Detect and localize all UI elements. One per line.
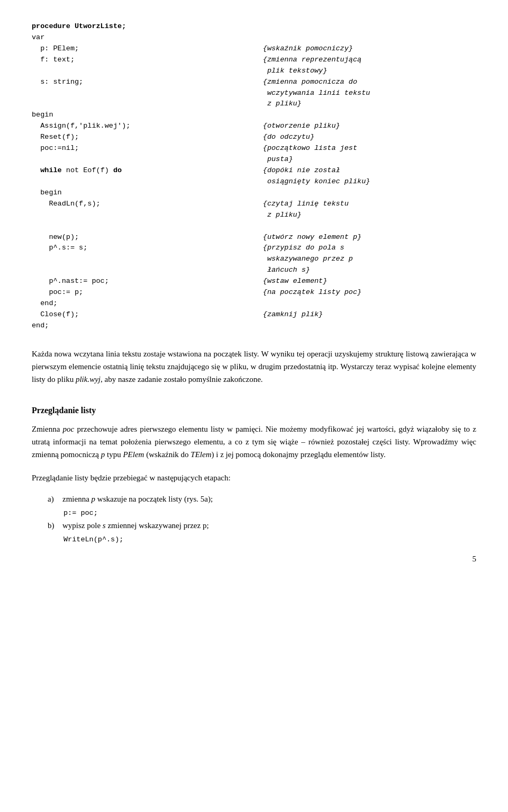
code-left: new(p); <box>32 232 263 243</box>
code-row: while not Eof(f) do {dopóki nie został o… <box>32 165 476 188</box>
code-left: poc:=nil; <box>32 143 263 165</box>
paragraph-3: Przeglądanie listy będzie przebiegać w n… <box>32 471 476 484</box>
code-right: {zmienna pomocnicza do wczytywania linii… <box>263 77 476 110</box>
p-em: p <box>101 450 105 459</box>
page: procedure UtworzListe; var p: PElem; {ws… <box>0 0 508 579</box>
list-label-b: b) <box>48 521 62 530</box>
code-right <box>263 320 476 332</box>
TElem-em: TElem <box>190 450 211 459</box>
code-row: var <box>32 32 476 43</box>
code-left: begin <box>32 188 263 199</box>
code-left: poc:= p; <box>32 287 263 298</box>
code-left: Close(f); <box>32 309 263 320</box>
code-right: {na początek listy poc} <box>263 287 476 298</box>
list-label-a: a) <box>48 495 62 504</box>
code-row: begin <box>32 188 476 199</box>
code-right <box>263 298 476 309</box>
list-item-a-content: a) zmienna p wskazuje na początek listy … <box>48 495 476 504</box>
code-right <box>263 32 476 43</box>
code-left: Assign(f,'plik.wej'); <box>32 121 263 132</box>
code-row: procedure UtworzListe; <box>32 21 476 32</box>
code-row: ​ <box>32 221 476 232</box>
p-em-a: p <box>92 495 96 503</box>
paragraph-2: Zmienna poc przechowuje adres pierwszego… <box>32 423 476 461</box>
code-row: poc:= p; {na początek listy poc} <box>32 287 476 298</box>
code-row: ReadLn(f,s); {czytaj linię tekstu z plik… <box>32 199 476 221</box>
code-right <box>263 110 476 121</box>
code-left: s: string; <box>32 77 263 110</box>
code-right <box>263 188 476 199</box>
code-right: {do odczytu} <box>263 132 476 143</box>
plik-wyj-em: plik.wyj <box>76 375 101 383</box>
code-row: poc:=nil; {początkowo lista jest pusta} <box>32 143 476 165</box>
code-left: f: text; <box>32 55 263 77</box>
code-block: procedure UtworzListe; var p: PElem; {ws… <box>32 21 476 332</box>
code-row: p^.s:= s; {przypisz do pola s wskazywane… <box>32 243 476 276</box>
code-row: new(p); {utwórz nowy element p} <box>32 232 476 243</box>
page-number: 5 <box>473 555 477 564</box>
code-left: end; <box>32 298 263 309</box>
code-left: end; <box>32 320 263 332</box>
code-row: Reset(f); {do odczytu} <box>32 132 476 143</box>
code-row: begin <box>32 110 476 121</box>
list-item-a: a) zmienna p wskazuje na początek listy … <box>48 495 476 517</box>
code-right: {wstaw element} <box>263 276 476 287</box>
code-left: procedure UtworzListe; <box>32 21 263 32</box>
code-left: ​ <box>32 221 263 232</box>
code-row: Assign(f,'plik.wej'); {otworzenie pliku} <box>32 121 476 132</box>
list-text-a: zmienna p wskazuje na początek listy (ry… <box>62 495 476 504</box>
code-left: var <box>32 32 263 43</box>
code-row: p^.nast:= poc; {wstaw element} <box>32 276 476 287</box>
code-left: p^.s:= s; <box>32 243 263 276</box>
code-right: {zmienna reprezentującą plik tekstowy} <box>263 55 476 77</box>
code-table: procedure UtworzListe; var p: PElem; {ws… <box>32 21 476 332</box>
code-right: {wskaźnik pomocniczy} <box>263 43 476 55</box>
code-right: {zamknij plik} <box>263 309 476 320</box>
code-left: begin <box>32 110 263 121</box>
code-row: f: text; {zmienna reprezentującą plik te… <box>32 55 476 77</box>
code-a: p:= poc; <box>64 509 476 517</box>
list-item-b: b) wypisz pole s zmiennej wskazywanej pr… <box>48 521 476 543</box>
code-right <box>263 21 476 32</box>
code-right: {czytaj linię tekstu z pliku} <box>263 199 476 221</box>
section-title: Przeglądanie listy <box>32 406 476 415</box>
code-left: p^.nast:= poc; <box>32 276 263 287</box>
code-left: p: PElem; <box>32 43 263 55</box>
code-row: end; <box>32 298 476 309</box>
code-row: s: string; {zmienna pomocnicza do wczyty… <box>32 77 476 110</box>
code-left: while not Eof(f) do <box>32 165 263 188</box>
paragraph-1: Każda nowa wczytana linia tekstu zostaje… <box>32 347 476 386</box>
code-row: p: PElem; {wskaźnik pomocniczy} <box>32 43 476 55</box>
list-item-b-content: b) wypisz pole s zmiennej wskazywanej pr… <box>48 521 476 530</box>
list-text-b: wypisz pole s zmiennej wskazywanej przez… <box>62 521 476 530</box>
code-left: ReadLn(f,s); <box>32 199 263 221</box>
PElem-em: PElem <box>123 450 144 459</box>
code-row: Close(f); {zamknij plik} <box>32 309 476 320</box>
code-right: {utwórz nowy element p} <box>263 232 476 243</box>
code-right: {przypisz do pola s wskazywanego przez p… <box>263 243 476 276</box>
code-right: {dopóki nie został osiągnięty koniec pli… <box>263 165 476 188</box>
code-b: WriteLn(p^.s); <box>64 536 476 543</box>
poc-em: poc <box>63 425 75 433</box>
code-right <box>263 221 476 232</box>
code-row: end; <box>32 320 476 332</box>
code-right: {początkowo lista jest pusta} <box>263 143 476 165</box>
code-left: Reset(f); <box>32 132 263 143</box>
s-em-b: s <box>103 521 106 530</box>
code-right: {otworzenie pliku} <box>263 121 476 132</box>
